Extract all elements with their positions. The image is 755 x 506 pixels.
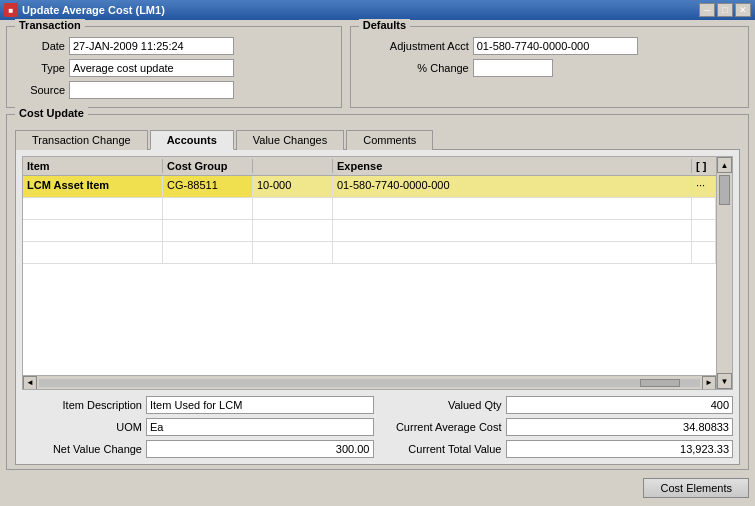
tab-accounts[interactable]: Accounts [150,130,234,150]
cost-update-legend: Cost Update [15,107,88,119]
scroll-thumb[interactable] [640,379,680,387]
table-row[interactable] [23,198,716,220]
adj-acct-label: Adjustment Acct [359,40,469,52]
cell-costgroup-2 [163,198,253,219]
footer: Cost Elements [6,476,749,500]
tabs-container: Transaction Change Accounts Value Change… [15,129,740,149]
date-input[interactable] [69,37,234,55]
app-icon: ■ [4,3,18,17]
col-header-expense: Expense [333,159,692,173]
top-section: Transaction Date Type Source Defaults [6,26,749,108]
main-window: Transaction Date Type Source Defaults [0,20,755,506]
cell-expense-1: 01-580-7740-0000-000 [333,176,692,197]
cell-costgroup-4 [163,242,253,263]
cell-expense-4 [333,242,692,263]
cell-item-3 [23,220,163,241]
current-avg-cost-label: Current Average Cost [382,421,502,433]
uom-label: UOM [22,421,142,433]
table-row[interactable]: LCM Asset Item CG-88511 10-000 01-580-77… [23,176,716,198]
cell-middle-3 [253,220,333,241]
col-header-item: Item [23,159,163,173]
col-header-costgroup: Cost Group [163,159,253,173]
uom-input[interactable] [146,418,374,436]
type-label: Type [15,62,65,74]
current-total-input[interactable] [506,440,734,458]
type-input[interactable] [69,59,234,77]
item-description-label: Item Description [22,399,142,411]
cell-expense-2 [333,198,692,219]
horizontal-scrollbar[interactable]: ◄ ► [23,375,716,389]
scroll-down-button[interactable]: ▼ [717,373,732,389]
window-title: Update Average Cost (LM1) [22,4,165,16]
cell-middle-1: 10-000 [253,176,333,197]
vertical-scrollbar[interactable]: ▲ ▼ [716,157,732,389]
source-label: Source [15,84,65,96]
maximize-button[interactable]: □ [717,3,733,17]
cell-costgroup-1: CG-88511 [163,176,253,197]
defaults-legend: Defaults [359,19,410,31]
current-total-label: Current Total Value [382,443,502,455]
scroll-up-button[interactable]: ▲ [717,157,732,173]
grid-container: Item Cost Group Expense [ ] LCM Asset It… [22,156,733,390]
table-row[interactable] [23,220,716,242]
cost-elements-button[interactable]: Cost Elements [643,478,749,498]
cell-middle-2 [253,198,333,219]
cost-update-group: Cost Update Transaction Change Accounts … [6,114,749,470]
item-description-input[interactable] [146,396,374,414]
cell-dots-4 [692,242,716,263]
cell-item-1: LCM Asset Item [23,176,163,197]
tab-comments[interactable]: Comments [346,130,433,150]
valued-qty-input[interactable] [506,396,734,414]
dots-icon: ··· [696,179,705,191]
net-value-change-input[interactable] [146,440,374,458]
scroll-right-button[interactable]: ► [702,376,716,390]
cell-middle-4 [253,242,333,263]
tab-transaction-change[interactable]: Transaction Change [15,130,148,150]
defaults-group: Defaults Adjustment Acct % Change [350,26,749,108]
table-row[interactable] [23,242,716,264]
bottom-fields: Item Description UOM Net Value Change [22,396,733,458]
grid-body: LCM Asset Item CG-88511 10-000 01-580-77… [23,176,716,375]
grid-header: Item Cost Group Expense [ ] [23,157,716,176]
cell-expense-3 [333,220,692,241]
pct-change-input[interactable] [473,59,553,77]
valued-qty-label: Valued Qty [382,399,502,411]
transaction-group: Transaction Date Type Source [6,26,342,108]
pct-change-label: % Change [359,62,469,74]
transaction-legend: Transaction [15,19,85,31]
tab-value-changes[interactable]: Value Changes [236,130,344,150]
cell-item-2 [23,198,163,219]
close-button[interactable]: ✕ [735,3,751,17]
net-value-change-label: Net Value Change [22,443,142,455]
col-header-dots: [ ] [692,159,716,173]
cell-dots-2 [692,198,716,219]
scroll-track-v [719,205,730,371]
date-label: Date [15,40,65,52]
tab-content: Item Cost Group Expense [ ] LCM Asset It… [15,149,740,465]
current-avg-cost-input[interactable] [506,418,734,436]
scroll-left-button[interactable]: ◄ [23,376,37,390]
scroll-track[interactable] [39,379,700,387]
title-bar: ■ Update Average Cost (LM1) ─ □ ✕ [0,0,755,20]
cell-dots-1[interactable]: ··· [692,176,716,197]
minimize-button[interactable]: ─ [699,3,715,17]
cell-costgroup-3 [163,220,253,241]
scroll-thumb-v [719,175,730,205]
adj-acct-input[interactable] [473,37,638,55]
col-header-middle [253,159,333,173]
cell-dots-3 [692,220,716,241]
cell-item-4 [23,242,163,263]
source-input[interactable] [69,81,234,99]
